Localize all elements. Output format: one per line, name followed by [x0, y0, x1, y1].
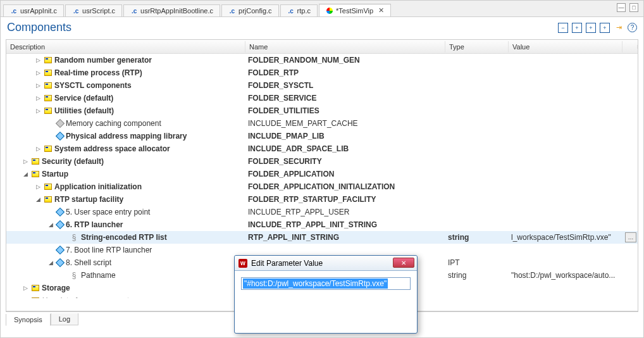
table-row[interactable]: Memory caching componentINCLUDE_MEM_PART… — [6, 117, 638, 130]
cell-description: Physical address mapping library — [6, 131, 245, 141]
cell-action — [622, 85, 638, 86]
expand-toggle[interactable]: ▷ — [34, 95, 42, 101]
tab-testsimvip[interactable]: *TestSimVip ✕ — [319, 4, 391, 16]
folder-icon — [32, 158, 39, 165]
expand-toggle[interactable]: ◢ — [34, 196, 42, 203]
row-description-label: Storage — [42, 284, 70, 292]
expand-button-3[interactable]: + — [600, 23, 610, 33]
cell-description: ◢6. RTP launcher — [6, 220, 245, 230]
table-row[interactable]: 5. User space entry pointINCLUDE_RTP_APP… — [6, 206, 638, 218]
tab-usrappinit[interactable]: .c usrAppInit.c — [3, 4, 64, 16]
parameter-value-input[interactable]: "#host:D:/pwl_workspace/TestSimRtp.vxe" — [241, 277, 411, 290]
table-row[interactable]: ◢6. RTP launcherINCLUDE_RTP_APPL_INIT_ST… — [6, 218, 638, 231]
table-row[interactable]: ▷Security (default)FOLDER_SECURITY — [6, 155, 638, 168]
table-row[interactable]: Physical address mapping libraryINCLUDE_… — [6, 130, 638, 142]
expand-toggle[interactable]: ◢ — [22, 171, 29, 177]
cell-description: §String-encoded RTP list — [6, 232, 245, 242]
cell-value — [509, 199, 622, 200]
col-name[interactable]: Name — [245, 41, 445, 53]
expand-toggle[interactable]: ▷ — [34, 108, 42, 114]
cell-action — [622, 199, 638, 200]
folder-icon — [44, 82, 52, 89]
tab-usrscript[interactable]: .c usrScript.c — [65, 4, 122, 16]
expand-toggle[interactable]: ▷ — [34, 146, 42, 152]
cell-value — [509, 135, 622, 137]
tab-rtp[interactable]: .c rtp.c — [280, 4, 318, 16]
cell-value — [509, 186, 622, 187]
table-row[interactable]: ▷SYSCTL componentsFOLDER_SYSCTL — [6, 79, 638, 92]
table-row[interactable]: ◢StartupFOLDER_APPLICATION — [6, 168, 638, 180]
cell-description: ▷Service (default) — [6, 93, 245, 103]
component-icon — [56, 132, 65, 141]
close-icon[interactable]: ✕ — [378, 6, 384, 15]
expand-toggle[interactable]: ◢ — [47, 222, 54, 228]
cell-type — [445, 199, 509, 200]
expand-toggle[interactable]: ▷ — [34, 82, 42, 89]
cell-name: RTP_APPL_INIT_STRING — [245, 232, 445, 242]
dialog-body: "#host:D:/pwl_workspace/TestSimRtp.vxe" — [235, 271, 417, 333]
cell-value — [509, 262, 622, 263]
cell-action — [622, 72, 638, 73]
expand-toggle[interactable]: ▷ — [22, 297, 29, 298]
app-icon: w — [238, 259, 247, 268]
table-row[interactable]: 7. Boot line RTP launcher — [6, 244, 638, 256]
table-row[interactable]: ▷Service (default)FOLDER_SERVICE — [6, 92, 638, 104]
col-value[interactable]: Value — [509, 41, 622, 53]
cell-description: ◢RTP startup facility — [6, 194, 245, 204]
row-description-label: SYSCTL components — [54, 81, 132, 90]
folder-icon — [44, 146, 52, 152]
cell-value — [509, 173, 622, 175]
collapse-all-button[interactable]: − — [558, 23, 568, 33]
expand-toggle[interactable]: ▷ — [34, 57, 42, 63]
minimize-button[interactable]: — — [617, 3, 626, 12]
help-button[interactable]: ? — [628, 23, 637, 32]
tab-synopsis[interactable]: Synopsis — [6, 314, 51, 326]
expand-button-1[interactable]: + — [572, 23, 582, 33]
expand-toggle[interactable]: ▷ — [34, 70, 42, 76]
tab-prjconfig[interactable]: .c prjConfig.c — [221, 4, 279, 16]
cell-type — [445, 173, 509, 175]
cell-value[interactable]: "host:D:/pwl_workspace/auto... — [509, 270, 622, 280]
c-file-icon: .c — [228, 7, 236, 15]
cell-name: FOLDER_RTP_STARTUP_FACILITY — [245, 194, 445, 204]
folder-icon — [32, 285, 39, 291]
folder-icon — [32, 297, 39, 298]
cell-value[interactable]: l_workspace/TestSimRtp.vxe" — [509, 232, 622, 242]
tab-log[interactable]: Log — [51, 313, 78, 325]
row-description-label: Random number generator — [54, 56, 152, 65]
col-description[interactable]: Description — [6, 41, 245, 53]
dialog-close-button[interactable]: ✕ — [393, 258, 414, 268]
edit-value-button[interactable]: … — [625, 232, 636, 242]
expand-button-2[interactable]: + — [586, 23, 596, 33]
tab-label: usrAppInit.c — [20, 7, 57, 15]
cell-description: ▷Utilities (default) — [6, 106, 245, 116]
cell-description: 7. Boot line RTP launcher — [6, 245, 245, 255]
row-description-label: Real-time process (RTP) — [54, 68, 142, 77]
cell-value — [509, 224, 622, 225]
table-row[interactable]: ▷Real-time process (RTP)FOLDER_RTP — [6, 66, 638, 79]
dialog-titlebar[interactable]: w Edit Parameter Value ✕ — [235, 256, 417, 271]
cell-value — [509, 161, 622, 162]
cell-value — [509, 59, 622, 61]
cell-name — [245, 249, 445, 251]
maximize-button[interactable]: □ — [629, 3, 638, 12]
expand-toggle[interactable]: ▷ — [22, 158, 29, 165]
table-row[interactable]: ▷Application initializationFOLDER_APPLIC… — [6, 180, 638, 193]
row-description-label: Application initialization — [54, 182, 142, 191]
table-row[interactable]: ◢RTP startup facilityFOLDER_RTP_STARTUP_… — [6, 193, 638, 206]
col-type[interactable]: Type — [445, 41, 509, 53]
table-row[interactable]: ▷Utilities (default)FOLDER_UTILITIES — [6, 104, 638, 117]
row-description-label: Pathname — [81, 271, 116, 280]
table-row[interactable]: ▷System address space allocatorINCLUDE_A… — [6, 142, 638, 155]
filter-button[interactable]: ⇥ — [614, 23, 624, 33]
tab-usrrtpappinitbootline[interactable]: .c usrRtpAppInitBootline.c — [123, 4, 220, 16]
expand-toggle[interactable]: ◢ — [47, 260, 54, 266]
table-row[interactable]: §String-encoded RTP listRTP_APPL_INIT_ST… — [6, 231, 638, 244]
expand-toggle[interactable]: ▷ — [34, 184, 42, 190]
cell-name: FOLDER_RANDOM_NUM_GEN — [245, 55, 445, 65]
table-row[interactable]: ▷Random number generatorFOLDER_RANDOM_NU… — [6, 54, 638, 66]
cell-name: INCLUDE_ADR_SPACE_LIB — [245, 144, 445, 154]
expand-toggle[interactable]: ▷ — [22, 285, 29, 291]
cell-type — [445, 59, 509, 61]
cell-action — [622, 249, 638, 251]
